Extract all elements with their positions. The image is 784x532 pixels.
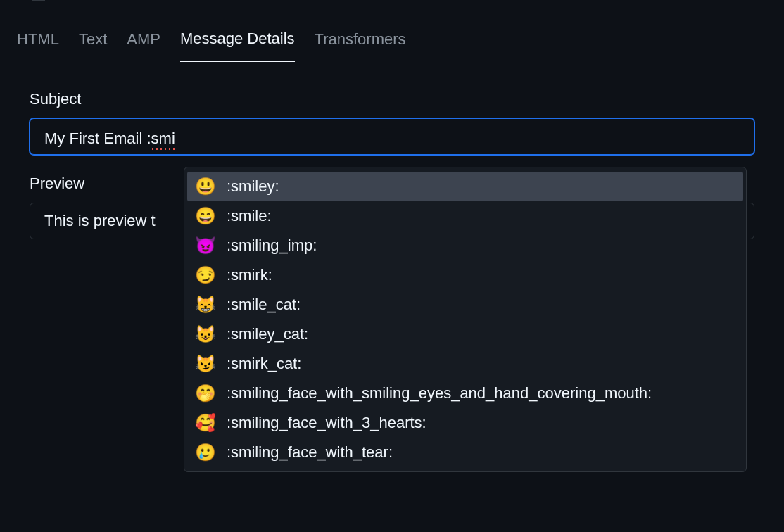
emoji-glyph-icon: 🥲 [196, 443, 215, 462]
emoji-suggestion-item[interactable]: 🥲 :smiling_face_with_tear: [184, 438, 746, 467]
emoji-glyph-icon: 😏 [196, 265, 215, 285]
emoji-glyph-icon: 😈 [196, 236, 215, 255]
emoji-code: :smiling_face_with_tear: [227, 443, 393, 462]
emoji-code: :smile_cat: [227, 296, 301, 314]
emoji-suggestion-item[interactable]: 😄 :smile: [184, 201, 746, 231]
emoji-code: :smiley: [227, 177, 279, 196]
subject-label: Subject [30, 90, 754, 108]
emoji-glyph-icon: 😺 [196, 324, 215, 344]
subject-input[interactable] [30, 118, 754, 155]
emoji-suggestion-item[interactable]: 😸 :smile_cat: [184, 290, 746, 319]
emoji-code: :smiling_imp: [227, 236, 317, 255]
emoji-suggestion-item[interactable]: 😃 :smiley: [187, 172, 743, 201]
emoji-autocomplete-popover: 😃 :smiley: 😄 :smile: 😈 :smiling_imp: 😏 :… [184, 167, 747, 472]
tab-message-details[interactable]: Message Details [180, 30, 295, 62]
emoji-glyph-icon: 😃 [196, 177, 215, 196]
subject-input-wrapper: My First Email :smi [30, 118, 754, 155]
tab-text[interactable]: Text [79, 30, 107, 61]
emoji-code: :smirk: [227, 266, 272, 284]
emoji-glyph-icon: 🤭 [196, 384, 215, 403]
emoji-code: :smiling_face_with_3_hearts: [227, 414, 426, 432]
emoji-suggestion-item[interactable]: 🥰 :smiling_face_with_3_hearts: [184, 408, 746, 438]
emoji-code: :smiling_face_with_smiling_eyes_and_hand… [227, 384, 652, 403]
tabs-nav: HTML Text AMP Message Details Transforme… [0, 0, 784, 62]
emoji-suggestion-item[interactable]: 😈 :smiling_imp: [184, 231, 746, 260]
tab-html[interactable]: HTML [17, 30, 59, 61]
emoji-suggestion-item[interactable]: 🤭 :smiling_face_with_smiling_eyes_and_ha… [184, 379, 746, 408]
emoji-suggestion-item[interactable]: 😏 :smirk: [184, 260, 746, 290]
emoji-glyph-icon: 😄 [196, 206, 215, 226]
panel-border [194, 0, 784, 4]
emoji-glyph-icon: 😸 [196, 295, 215, 315]
emoji-glyph-icon: 😼 [196, 354, 215, 374]
emoji-code: :smile: [227, 207, 272, 225]
emoji-glyph-icon: 🥰 [196, 413, 215, 433]
emoji-code: :smirk_cat: [227, 355, 301, 373]
emoji-suggestion-item[interactable]: 😺 :smiley_cat: [184, 319, 746, 349]
tab-amp[interactable]: AMP [127, 30, 160, 61]
emoji-code: :smiley_cat: [227, 325, 308, 343]
emoji-suggestion-item[interactable]: 😼 :smirk_cat: [184, 349, 746, 379]
subject-field-group: Subject My First Email :smi [30, 90, 754, 155]
tab-transformers[interactable]: Transformers [315, 30, 406, 61]
